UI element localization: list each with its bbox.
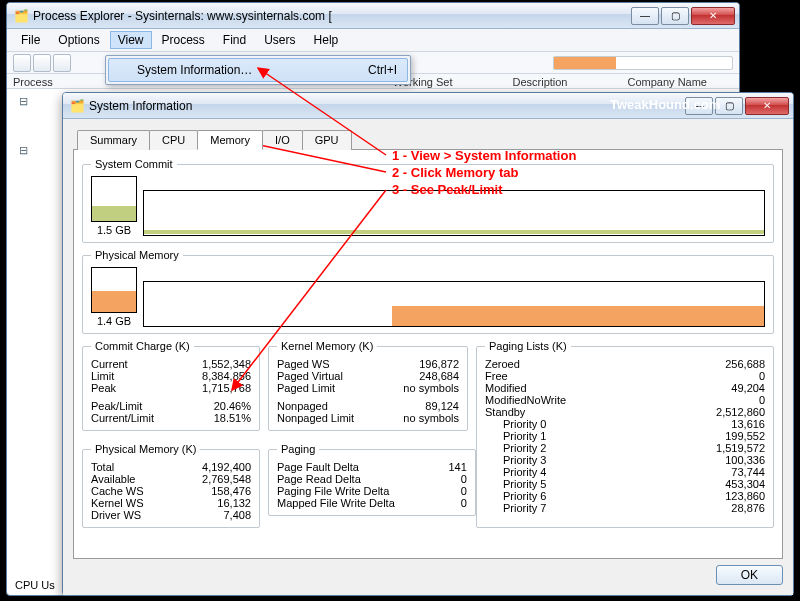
l: Modified xyxy=(485,382,527,394)
l: Available xyxy=(91,473,135,485)
col-process[interactable]: Process xyxy=(13,76,53,88)
v: 13,616 xyxy=(701,418,765,430)
v: 248,684 xyxy=(395,370,459,382)
minimize-button[interactable]: — xyxy=(631,7,659,25)
tab-summary[interactable]: Summary xyxy=(77,130,150,150)
v: 4,192,400 xyxy=(187,461,251,473)
menu-options[interactable]: Options xyxy=(50,31,107,49)
v: 256,688 xyxy=(701,358,765,370)
legend-plists: Paging Lists (K) xyxy=(485,340,571,352)
maximize-button[interactable]: ▢ xyxy=(661,7,689,25)
l: Limit xyxy=(91,370,114,382)
l: Zeroed xyxy=(485,358,520,370)
l: Free xyxy=(485,370,508,382)
l: Paging File Write Delta xyxy=(277,485,389,497)
l: Paged Virtual xyxy=(277,370,343,382)
cpu-graph-bar[interactable] xyxy=(553,56,733,70)
v: 2,512,860 xyxy=(701,406,765,418)
anno-3: 3 - See Peak/Limit xyxy=(392,182,503,197)
v: 1,552,348 xyxy=(187,358,251,370)
legend-commit: Commit Charge (K) xyxy=(91,340,194,352)
close-button[interactable]: ✕ xyxy=(691,7,735,25)
l: Priority 2 xyxy=(503,442,546,454)
v: 196,872 xyxy=(395,358,459,370)
l: Kernel WS xyxy=(91,497,144,509)
close-button[interactable]: ✕ xyxy=(745,97,789,115)
l: Peak/Limit xyxy=(91,400,142,412)
v: 2,769,548 xyxy=(187,473,251,485)
tab-cpu[interactable]: CPU xyxy=(149,130,198,150)
tabpage-memory: System Commit 1.5 GB Physical Memory 1.4… xyxy=(73,149,783,559)
menu-users[interactable]: Users xyxy=(256,31,303,49)
tab-gpu[interactable]: GPU xyxy=(302,130,352,150)
physical-memory-group: Physical Memory 1.4 GB xyxy=(82,249,774,334)
physical-memory-k-group: Physical Memory (K) Total4,192,400 Avail… xyxy=(82,443,260,528)
col-company[interactable]: Company Name xyxy=(628,76,707,88)
v: 123,860 xyxy=(701,490,765,502)
commit-charge-group: Commit Charge (K) Current1,552,348 Limit… xyxy=(82,340,260,431)
v: 1,715,768 xyxy=(187,382,251,394)
legend-paging: Paging xyxy=(277,443,319,455)
l: Cache WS xyxy=(91,485,144,497)
v: 18.51% xyxy=(187,412,251,424)
l: Priority 3 xyxy=(503,454,546,466)
ok-button[interactable]: OK xyxy=(716,565,783,585)
app-icon: 🗂️ xyxy=(13,8,29,24)
phys-thumb-chart xyxy=(91,267,137,313)
l: ModifiedNoWrite xyxy=(485,394,566,406)
tab-io[interactable]: I/O xyxy=(262,130,303,150)
v: 28,876 xyxy=(701,502,765,514)
l: Priority 1 xyxy=(503,430,546,442)
v: 0 xyxy=(701,370,765,382)
l: Page Fault Delta xyxy=(277,461,359,473)
stats-columns: Commit Charge (K) Current1,552,348 Limit… xyxy=(82,340,774,534)
l: Priority 0 xyxy=(503,418,546,430)
v: 49,204 xyxy=(701,382,765,394)
phys-timeline-chart xyxy=(143,281,765,327)
v: 0 xyxy=(701,394,765,406)
anno-1: 1 - View > System Information xyxy=(392,148,576,163)
legend-physk: Physical Memory (K) xyxy=(91,443,200,455)
v: 100,336 xyxy=(701,454,765,466)
l: Paged Limit xyxy=(277,382,335,394)
v: 0 xyxy=(403,473,467,485)
v: 158,476 xyxy=(187,485,251,497)
v: 20.46% xyxy=(187,400,251,412)
l: Current/Limit xyxy=(91,412,154,424)
l: Paged WS xyxy=(277,358,330,370)
v: 16,132 xyxy=(187,497,251,509)
l: Driver WS xyxy=(91,509,141,521)
menu-system-information[interactable]: System Information… Ctrl+I xyxy=(108,58,408,82)
l: Nonpaged Limit xyxy=(277,412,354,424)
v: 8,384,856 xyxy=(187,370,251,382)
l: Priority 5 xyxy=(503,478,546,490)
l: Mapped File Write Delta xyxy=(277,497,395,509)
menu-view[interactable]: View xyxy=(110,31,152,49)
legend-system-commit: System Commit xyxy=(91,158,177,170)
l: Priority 7 xyxy=(503,502,546,514)
l: Standby xyxy=(485,406,525,418)
l: Current xyxy=(91,358,128,370)
tab-memory[interactable]: Memory xyxy=(197,130,263,150)
menu-help[interactable]: Help xyxy=(306,31,347,49)
v: 453,304 xyxy=(701,478,765,490)
pe-menubar: File Options View Process Find Users Hel… xyxy=(7,29,739,52)
menu-find[interactable]: Find xyxy=(215,31,254,49)
menu-process[interactable]: Process xyxy=(154,31,213,49)
commit-thumb-chart xyxy=(91,176,137,222)
si-title: System Information xyxy=(89,99,685,113)
v: 199,552 xyxy=(701,430,765,442)
pe-titlebar[interactable]: 🗂️ Process Explorer - Sysinternals: www.… xyxy=(7,3,739,29)
toolbtn-refresh-icon[interactable] xyxy=(33,54,51,72)
v: 0 xyxy=(403,497,467,509)
legend-phys-mem: Physical Memory xyxy=(91,249,183,261)
v: 0 xyxy=(403,485,467,497)
col-description[interactable]: Description xyxy=(512,76,567,88)
menuitem-shortcut: Ctrl+I xyxy=(368,63,397,77)
toolbtn-icon[interactable] xyxy=(53,54,71,72)
menu-file[interactable]: File xyxy=(13,31,48,49)
toolbtn-save-icon[interactable] xyxy=(13,54,31,72)
v: no symbols xyxy=(395,412,459,424)
v: 7,408 xyxy=(187,509,251,521)
si-tabs: Summary CPU Memory I/O GPU xyxy=(77,129,783,149)
